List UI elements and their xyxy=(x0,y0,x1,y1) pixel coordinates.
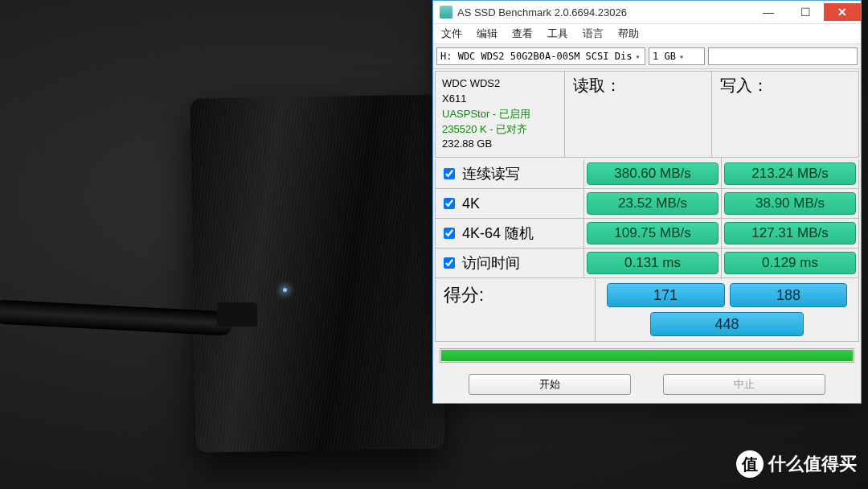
label-seq: 连续读写 xyxy=(462,164,520,183)
menu-tools[interactable]: 工具 xyxy=(547,27,568,41)
menubar: 文件 编辑 查看 工具 语言 帮助 xyxy=(433,24,861,44)
4k-write: 38.90 MB/s xyxy=(724,192,856,215)
4k64-read: 109.75 MB/s xyxy=(587,222,719,244)
usb-plug xyxy=(217,302,257,327)
drive-capacity: 232.88 GB xyxy=(442,137,558,152)
start-button[interactable]: 开始 xyxy=(469,374,631,395)
label-4k64: 4K-64 随机 xyxy=(462,224,534,243)
watermark: 值 什么值得买 xyxy=(736,450,857,478)
row-seq: 连续读写 380.60 MB/s 213.24 MB/s xyxy=(435,159,859,189)
filter-input[interactable] xyxy=(708,47,858,65)
row-4k: 4K 23.52 MB/s 38.90 MB/s xyxy=(435,189,859,219)
drive-model: WDC WDS2 xyxy=(442,76,558,92)
menu-file[interactable]: 文件 xyxy=(441,27,462,41)
score-read: 171 xyxy=(607,283,725,307)
watermark-text: 什么值得买 xyxy=(768,452,857,476)
menu-language[interactable]: 语言 xyxy=(583,27,604,41)
drive-align: 235520 K - 已对齐 xyxy=(442,122,558,138)
app-icon xyxy=(440,6,452,18)
drive-select[interactable]: H: WDC WDS2 50G2B0A-00SM SCSI Dis ▾ xyxy=(436,47,645,65)
info-panel: WDC WDS2 X611 UASPStor - 已启用 235520 K - … xyxy=(435,71,859,158)
watermark-badge-icon: 值 xyxy=(736,450,764,478)
4k-read: 23.52 MB/s xyxy=(587,192,719,215)
header-write: 写入： xyxy=(712,72,858,157)
score-write: 188 xyxy=(730,283,848,307)
close-button[interactable]: ✕ xyxy=(824,3,861,21)
titlebar[interactable]: AS SSD Benchmark 2.0.6694.23026 — ☐ ✕ xyxy=(433,1,861,24)
label-access: 访问时间 xyxy=(462,253,520,273)
menu-edit[interactable]: 编辑 xyxy=(477,27,497,41)
progress-bar xyxy=(440,348,854,363)
access-write: 0.129 ms xyxy=(724,252,856,274)
chevron-down-icon: ▾ xyxy=(679,52,684,61)
size-select[interactable]: 1 GB ▾ xyxy=(649,47,705,65)
header-read: 读取： xyxy=(565,72,712,157)
check-4k64[interactable] xyxy=(444,228,455,239)
score-row: 得分: 171 188 448 xyxy=(435,278,859,342)
activity-led xyxy=(283,288,287,292)
seq-write: 213.24 MB/s xyxy=(724,162,856,185)
chevron-down-icon: ▾ xyxy=(635,52,640,61)
check-seq[interactable] xyxy=(444,168,455,179)
maximize-button[interactable]: ☐ xyxy=(787,3,824,21)
drive-select-value: H: WDC WDS2 50G2B0A-00SM SCSI Dis xyxy=(440,51,632,62)
4k64-write: 127.31 MB/s xyxy=(724,222,856,244)
window-title: AS SSD Benchmark 2.0.6694.23026 xyxy=(457,6,627,18)
check-access[interactable] xyxy=(444,257,455,269)
app-window: AS SSD Benchmark 2.0.6694.23026 — ☐ ✕ 文件… xyxy=(432,0,862,404)
minimize-button[interactable]: — xyxy=(750,3,787,21)
seq-read: 380.60 MB/s xyxy=(587,162,719,185)
size-select-value: 1 GB xyxy=(653,51,676,62)
stop-button[interactable]: 中止 xyxy=(663,374,825,395)
menu-help[interactable]: 帮助 xyxy=(618,27,639,41)
menu-view[interactable]: 查看 xyxy=(512,27,533,41)
drive-info: WDC WDS2 X611 UASPStor - 已启用 235520 K - … xyxy=(436,72,565,157)
toolbar: H: WDC WDS2 50G2B0A-00SM SCSI Dis ▾ 1 GB… xyxy=(433,44,861,69)
drive-chip: X611 xyxy=(442,92,558,107)
drive-uasp: UASPStor - 已启用 xyxy=(442,107,558,122)
score-label: 得分: xyxy=(436,278,596,341)
score-total: 448 xyxy=(650,312,804,336)
check-4k[interactable] xyxy=(444,198,455,209)
row-access: 访问时间 0.131 ms 0.129 ms xyxy=(435,249,859,278)
ssd-device xyxy=(190,94,445,452)
progress-fill xyxy=(441,350,853,361)
row-4k64: 4K-64 随机 109.75 MB/s 127.31 MB/s xyxy=(435,219,859,249)
access-read: 0.131 ms xyxy=(587,252,719,274)
label-4k: 4K xyxy=(462,195,480,212)
